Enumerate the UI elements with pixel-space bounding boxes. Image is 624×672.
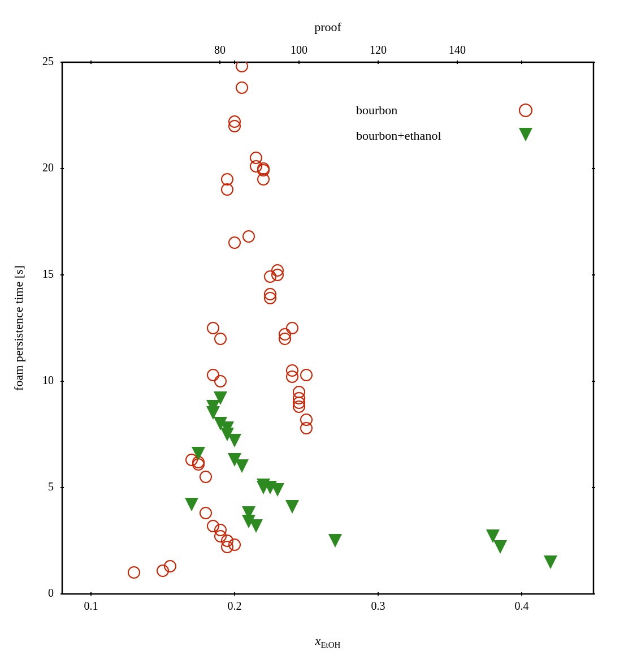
y-tick-25: 25 — [42, 55, 54, 67]
x-axis-label: xEtOH — [315, 634, 341, 649]
y-tick-0: 0 — [48, 587, 54, 599]
proof-tick-100: 100 — [291, 44, 307, 56]
top-axis-title: proof — [314, 20, 341, 34]
legend-box — [356, 88, 577, 153]
y-tick-20: 20 — [42, 161, 54, 174]
y-axis-label: foam persistence time [s] — [11, 265, 25, 391]
chart-svg: 0 5 10 15 20 25 0.1 0.2 0.3 0.4 — [0, 0, 624, 672]
legend-bourbon-ethanol-label: bourbon+ethanol — [356, 128, 441, 143]
y-tick-15: 15 — [42, 268, 54, 280]
x-tick-01: 0.1 — [84, 600, 98, 612]
x-tick-02: 0.2 — [228, 600, 242, 612]
legend-bourbon-label: bourbon — [356, 103, 397, 117]
chart-container: 0 5 10 15 20 25 0.1 0.2 0.3 0.4 — [0, 0, 624, 672]
y-tick-10: 10 — [42, 374, 54, 386]
x-tick-03: 0.3 — [371, 600, 385, 612]
x-tick-04: 0.4 — [515, 600, 529, 612]
y-tick-5: 5 — [48, 480, 54, 493]
proof-tick-80: 80 — [214, 44, 226, 56]
proof-tick-120: 120 — [370, 44, 387, 56]
proof-tick-140: 140 — [449, 44, 466, 56]
